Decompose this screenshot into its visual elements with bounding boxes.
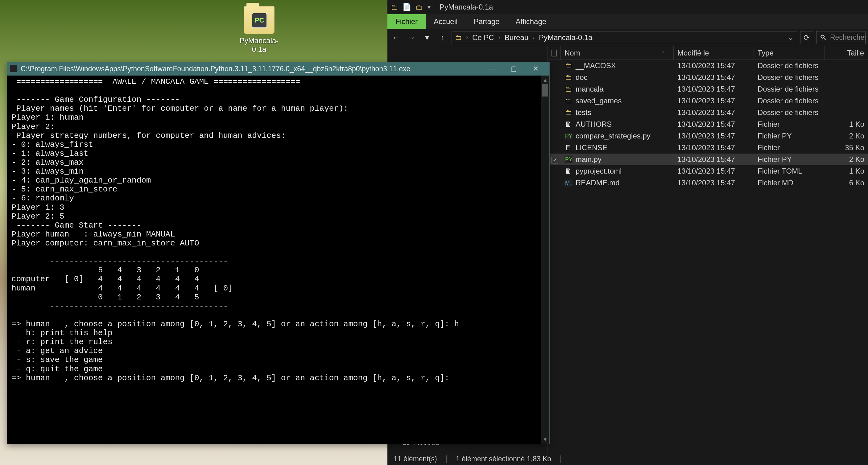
table-row[interactable]: 🗀tests13/10/2023 15:47Dossier de fichier… bbox=[548, 107, 868, 118]
modified-cell: 13/10/2023 15:47 bbox=[674, 61, 754, 70]
size-cell: 6 Ko bbox=[825, 179, 868, 187]
folder-icon: 🗀 bbox=[455, 34, 462, 42]
table-row[interactable]: 🗀saved_games13/10/2023 15:47Dossier de f… bbox=[548, 95, 868, 107]
filename-cell[interactable]: 🗀mancala bbox=[561, 85, 674, 93]
column-headers: Nom ⌃ Modifié le Type Taille bbox=[548, 46, 868, 60]
tab-view[interactable]: Affichage bbox=[507, 14, 554, 29]
file-icon: 🗎 bbox=[564, 167, 572, 176]
tab-home[interactable]: Accueil bbox=[426, 14, 465, 29]
breadcrumb-folder[interactable]: PyMancala-0.1a bbox=[539, 33, 592, 42]
breadcrumb-desktop[interactable]: Bureau bbox=[505, 33, 528, 42]
tab-file[interactable]: Fichier bbox=[388, 14, 426, 29]
sort-indicator-icon: ⌃ bbox=[661, 51, 665, 56]
close-button[interactable]: ✕ bbox=[525, 62, 547, 75]
size-cell: 35 Ko bbox=[825, 144, 868, 152]
filename-cell[interactable]: PYcompare_strategies.py bbox=[561, 132, 674, 140]
type-cell: Fichier bbox=[754, 120, 825, 129]
modified-cell: 13/10/2023 15:47 bbox=[674, 96, 754, 105]
minimize-button[interactable]: — bbox=[480, 62, 502, 75]
explorer-titlebar[interactable]: 🗀 📄 🗀 ▾ PyMancala-0.1a bbox=[388, 0, 868, 14]
status-selection: 1 élément sélectionné 1,83 Ko bbox=[456, 455, 551, 463]
filename-cell[interactable]: 🗎LICENSE bbox=[561, 144, 674, 152]
terminal-scrollbar[interactable]: ▴ ▾ bbox=[541, 75, 549, 444]
table-row[interactable]: PYcompare_strategies.py13/10/2023 15:47F… bbox=[548, 130, 868, 142]
column-type[interactable]: Type bbox=[754, 46, 825, 60]
type-cell: Dossier de fichiers bbox=[754, 85, 825, 93]
nav-back-button[interactable]: ← bbox=[390, 31, 402, 44]
divider bbox=[446, 456, 447, 463]
address-dropdown-icon[interactable]: ⌄ bbox=[787, 33, 794, 42]
modified-cell: 13/10/2023 15:47 bbox=[674, 132, 754, 140]
quickaccess-pin-icon[interactable]: 📄 bbox=[403, 3, 411, 11]
modified-cell: 13/10/2023 15:47 bbox=[674, 167, 754, 176]
size-cell: 2 Ko bbox=[825, 132, 868, 140]
row-checkbox-cell[interactable] bbox=[548, 155, 561, 164]
table-row[interactable]: 🗎AUTHORS13/10/2023 15:47Fichier1 Ko bbox=[548, 118, 868, 130]
refresh-button[interactable]: ⟳ bbox=[800, 31, 813, 44]
maximize-button[interactable]: ▢ bbox=[502, 62, 525, 75]
file-icon: 🗎 bbox=[564, 144, 572, 152]
column-checkbox[interactable] bbox=[548, 46, 561, 60]
table-row[interactable]: 🗀doc13/10/2023 15:47Dossier de fichiers bbox=[548, 71, 868, 83]
chevron-right-icon: › bbox=[466, 34, 468, 41]
filename-label: README.md bbox=[576, 179, 620, 187]
terminal-titlebar[interactable]: C:\Program Files\WindowsApps\PythonSoftw… bbox=[7, 62, 549, 75]
nav-history-dropdown[interactable]: ▾ bbox=[421, 31, 433, 44]
modified-cell: 13/10/2023 15:47 bbox=[674, 73, 754, 82]
chevron-down-icon[interactable]: ▾ bbox=[428, 3, 431, 11]
explorer-ribbon: Fichier Accueil Partage Affichage bbox=[388, 14, 868, 29]
column-size[interactable]: Taille bbox=[825, 46, 868, 60]
folder-icon: PC bbox=[244, 6, 275, 34]
desktop-icon-label: PyMancala-0.1a bbox=[235, 36, 284, 54]
status-bar: 11 élément(s) 1 élément sélectionné 1,83… bbox=[388, 453, 868, 465]
terminal-output[interactable]: ================== AWALE / MANCALA GAME … bbox=[7, 75, 549, 444]
filename-label: mancala bbox=[576, 85, 603, 93]
size-cell: 1 Ko bbox=[825, 120, 868, 129]
quickaccess-folder-icon[interactable]: 🗀 bbox=[415, 3, 423, 11]
table-row[interactable]: M↓README.md13/10/2023 15:47Fichier MD6 K… bbox=[548, 177, 868, 189]
filename-label: saved_games bbox=[576, 96, 622, 105]
table-row[interactable]: 🗎LICENSE13/10/2023 15:47Fichier35 Ko bbox=[548, 142, 868, 154]
address-bar[interactable]: 🗀 › Ce PC › Bureau › PyMancala-0.1a ⌄ bbox=[452, 31, 797, 44]
filename-cell[interactable]: 🗎pyproject.toml bbox=[561, 167, 674, 176]
filename-label: pyproject.toml bbox=[576, 167, 622, 176]
py-icon: PY bbox=[564, 133, 572, 140]
python-icon bbox=[9, 65, 17, 72]
modified-cell: 13/10/2023 15:47 bbox=[674, 108, 754, 117]
type-cell: Fichier bbox=[754, 144, 825, 152]
filename-cell[interactable]: 🗀__MACOSX bbox=[561, 61, 674, 70]
folder-icon: 🗀 bbox=[391, 3, 399, 11]
filename-cell[interactable]: 🗀saved_games bbox=[561, 96, 674, 105]
search-icon: 🔍︎ bbox=[819, 33, 827, 42]
select-all-checkbox[interactable] bbox=[552, 50, 557, 56]
column-name[interactable]: Nom ⌃ bbox=[561, 46, 674, 60]
nav-forward-button[interactable]: → bbox=[405, 31, 417, 44]
table-row[interactable]: 🗀__MACOSX13/10/2023 15:47Dossier de fich… bbox=[548, 60, 868, 71]
modified-cell: 13/10/2023 15:47 bbox=[674, 144, 754, 152]
table-row[interactable]: 🗎pyproject.toml13/10/2023 15:47Fichier T… bbox=[548, 165, 868, 177]
search-input[interactable]: 🔍︎ Rechercher bbox=[816, 31, 866, 44]
filename-cell[interactable]: 🗎AUTHORS bbox=[561, 120, 674, 129]
filename-cell[interactable]: 🗀doc bbox=[561, 73, 674, 82]
table-row[interactable]: 🗀mancala13/10/2023 15:47Dossier de fichi… bbox=[548, 83, 868, 95]
type-cell: Dossier de fichiers bbox=[754, 73, 825, 82]
scrollbar-thumb[interactable] bbox=[542, 84, 548, 96]
breadcrumb-ce-pc[interactable]: Ce PC bbox=[472, 33, 494, 42]
filename-cell[interactable]: 🗀tests bbox=[561, 108, 674, 117]
terminal-title: C:\Program Files\WindowsApps\PythonSoftw… bbox=[21, 65, 480, 73]
scroll-up-arrow[interactable]: ▴ bbox=[541, 75, 549, 84]
column-modified[interactable]: Modifié le bbox=[674, 46, 754, 60]
scroll-down-arrow[interactable]: ▾ bbox=[541, 435, 549, 444]
filename-cell[interactable]: M↓README.md bbox=[561, 179, 674, 187]
pycharm-overlay-icon: PC bbox=[252, 13, 267, 28]
table-row[interactable]: PYmain.py13/10/2023 15:47Fichier PY2 Ko bbox=[548, 154, 868, 165]
desktop-folder-pymancala[interactable]: PC PyMancala-0.1a bbox=[235, 6, 284, 54]
filename-cell[interactable]: PYmain.py bbox=[561, 155, 674, 164]
terminal-body[interactable]: ================== AWALE / MANCALA GAME … bbox=[7, 75, 549, 444]
nav-up-button[interactable]: ↑ bbox=[436, 31, 448, 44]
terminal-window: C:\Program Files\WindowsApps\PythonSoftw… bbox=[7, 62, 550, 444]
explorer-navbar: ← → ▾ ↑ 🗀 › Ce PC › Bureau › PyMancala-0… bbox=[388, 29, 868, 46]
chevron-right-icon: › bbox=[533, 34, 534, 41]
tab-share[interactable]: Partage bbox=[465, 14, 507, 29]
row-checkbox[interactable] bbox=[552, 157, 558, 163]
